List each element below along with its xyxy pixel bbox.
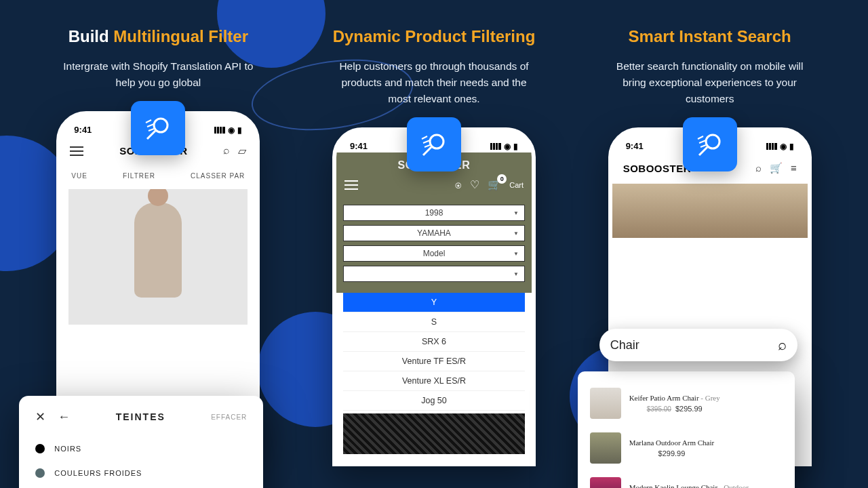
feature-desc: Better search functionality on mobile wi…: [605, 58, 815, 107]
battery-icon: ▮: [789, 142, 794, 151]
dropdown-item[interactable]: Venture XL ES/R: [343, 371, 525, 391]
filter-selects: 1998 YAMAHA Model: [336, 198, 532, 293]
svg-point-2: [430, 135, 443, 148]
select-year[interactable]: 1998: [343, 205, 525, 221]
feature-desc: Intergrate with Shopify Translation API …: [53, 58, 263, 91]
tab-filter[interactable]: FILTRER: [123, 172, 155, 180]
filter-tabs: VUE FILTRER CLASSER PAR: [60, 165, 256, 189]
svg-line-5: [699, 147, 707, 155]
feature-title: Smart Instant Search: [585, 27, 835, 46]
clear-button[interactable]: EFFACER: [211, 413, 247, 421]
result-item[interactable]: Keifer Patio Arm Chair - Grey $395.00$29…: [590, 381, 783, 426]
tab-view[interactable]: VUE: [71, 172, 87, 180]
close-icon[interactable]: ✕: [35, 409, 45, 424]
app-badge-icon: [683, 117, 737, 171]
tab-sort[interactable]: CLASSER PAR: [191, 172, 245, 180]
svg-line-1: [147, 131, 155, 139]
svg-point-0: [154, 119, 167, 132]
wifi-icon: ◉: [780, 142, 787, 151]
app-badge-icon: [131, 101, 185, 155]
select-make[interactable]: YAMAHA: [343, 225, 525, 241]
filter-panel: ✕ ← TEINTES EFFACER NOIRS COULEURS FROID…: [19, 396, 263, 488]
dropdown-item[interactable]: Jog 50: [343, 391, 525, 411]
search-icon[interactable]: ⌕: [223, 144, 230, 157]
menu-icon[interactable]: ≡: [791, 162, 797, 174]
swatch-option[interactable]: COULEURS FROIDES: [35, 461, 247, 485]
feature-desc: Help customers go through thousands of p…: [329, 58, 539, 107]
wifi-icon: ◉: [504, 142, 511, 151]
dropdown-item[interactable]: SRX 6: [343, 332, 525, 352]
panel-title: TEINTES: [82, 411, 199, 422]
feature-dynamic-filter: Dynamic Product Filtering Help customers…: [309, 27, 559, 466]
menu-icon[interactable]: [344, 184, 358, 186]
result-thumb: [590, 388, 621, 419]
product-image: [343, 413, 525, 454]
dropdown-item[interactable]: S: [343, 312, 525, 332]
feature-instant-search: Smart Instant Search Better search funct…: [585, 27, 835, 466]
wifi-icon: ◉: [228, 125, 235, 135]
swatch-option[interactable]: COULEURS CHAUDES: [35, 485, 247, 488]
select-model[interactable]: Model: [343, 245, 525, 262]
select-search-input[interactable]: [343, 266, 525, 282]
svg-point-4: [706, 135, 719, 148]
app-badge-icon: [407, 117, 461, 171]
feature-title: Build Multilingual Filter: [33, 27, 283, 46]
back-icon[interactable]: ←: [58, 410, 70, 424]
heart-icon[interactable]: ♡: [470, 178, 479, 191]
signal-icon: [490, 143, 501, 150]
feature-title: Dynamic Product Filtering: [309, 27, 559, 46]
dropdown-item[interactable]: Venture TF ES/R: [343, 352, 525, 371]
result-item[interactable]: Modern Kaelin Lounge Chair - Outdoor $1,…: [590, 470, 783, 488]
result-item[interactable]: Marlana Outdoor Arm Chair $299.99: [590, 426, 783, 470]
svg-line-3: [423, 147, 431, 155]
hero-image: [612, 184, 808, 238]
swatch-option[interactable]: NOIRS: [35, 436, 247, 461]
battery-icon: ▮: [513, 142, 518, 151]
bag-icon[interactable]: ▱: [238, 144, 246, 157]
search-results: Keifer Patio Arm Chair - Grey $395.00$29…: [578, 371, 795, 488]
search-icon[interactable]: ⌕: [778, 336, 787, 354]
signal-icon: [214, 127, 225, 134]
battery-icon: ▮: [237, 125, 242, 135]
menu-icon[interactable]: [70, 150, 83, 152]
signal-icon: [766, 143, 777, 150]
result-thumb: [590, 477, 621, 488]
user-icon[interactable]: ⍟: [455, 179, 462, 191]
cart-label: Cart: [509, 181, 524, 189]
product-image: [68, 189, 248, 325]
feature-multilingual: Build Multilingual Filter Intergrate wit…: [33, 27, 283, 466]
dropdown-list: Y S SRX 6 Venture TF ES/R Venture XL ES/…: [343, 293, 525, 411]
search-bar[interactable]: ⌕: [599, 329, 797, 361]
cart-icon[interactable]: 🛒: [770, 162, 783, 174]
result-thumb: [590, 432, 621, 464]
brand-logo: SOBOOSTER: [623, 163, 691, 174]
dropdown-item[interactable]: Y: [343, 293, 525, 312]
cart-icon[interactable]: 🛒0: [488, 178, 501, 191]
search-input[interactable]: [610, 338, 778, 352]
phone-mockup: 9:41 ◉▮ SOBOOSTER ⍟ ♡ 🛒0 Cart: [332, 127, 536, 466]
search-icon[interactable]: ⌕: [755, 162, 762, 174]
